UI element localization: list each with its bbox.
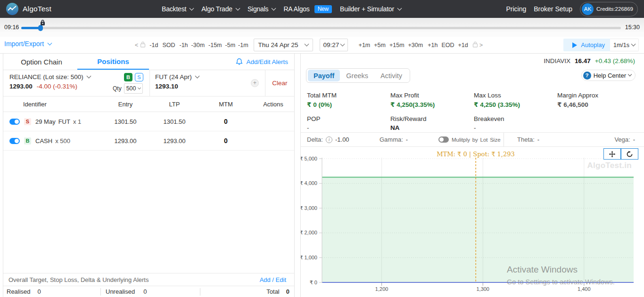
play-icon [572,42,577,48]
help-center-button[interactable]: ? Help Center [581,70,636,81]
step-fwd-1m[interactable]: +1m [359,42,371,48]
chevron-down-icon [631,42,636,47]
pan-button[interactable] [603,148,621,160]
col-actions: Actions [259,101,294,108]
move-icon [609,151,616,158]
col-ltp: LTP [156,101,193,108]
overall-alerts-row: Overall Target, Stop Loss, Delta & Under… [3,273,294,286]
step-back-1h[interactable]: -1h [179,42,188,48]
position-toggle[interactable] [9,138,20,144]
index-value: 16.47 [575,57,591,64]
step-back-1d[interactable]: -1d [149,42,158,48]
table-header: Identifier Entry LTP MTM Actions [3,96,294,112]
chevron-down-icon [195,74,199,79]
index-name: INDIAVIX [544,57,570,64]
date-select[interactable]: Thu 24 Apr 25 [254,39,313,51]
delta-label: Delta: [307,136,323,143]
chevron-down-icon [340,42,345,47]
nav-signals[interactable]: Signals [248,5,276,13]
step-fwd-30m[interactable]: +30m [408,42,423,48]
speed-select[interactable]: 1m/1s [610,39,639,51]
vega-value: - [633,136,635,143]
stat-label: Max Profit [390,92,474,99]
position-controls: RELIANCE (Lot size: 500) 1293.00-4.00 (-… [3,70,294,96]
entry-value: 1293.00 [95,137,156,144]
position-toggle[interactable] [9,119,20,125]
time-end-label: 15:30 [625,24,640,31]
lock-marker-icon [40,19,45,27]
chevron-down-icon [628,72,632,76]
nav-algo-trade[interactable]: Algo Trade [201,5,239,13]
step-back-1m[interactable]: -1m [238,42,248,48]
chevron-down-icon [304,42,309,47]
reset-button[interactable] [621,148,638,160]
nav-pricing[interactable]: Pricing [506,5,526,13]
svg-text:₹ 1,000: ₹ 1,000 [301,255,317,260]
step-back-30m[interactable]: -30m [191,42,205,48]
time-select[interactable]: 09:27 [320,39,348,51]
step-prev-arrow[interactable]: < [135,42,138,48]
avatar: AK [582,3,594,15]
import-export-menu[interactable]: Import/Export [4,40,51,48]
tab-payoff[interactable]: Payoff [308,70,340,81]
step-fwd-15m[interactable]: +15m [389,42,405,48]
realised-label: Realised [7,288,31,295]
brand-name: AlgoTest [23,5,51,13]
step-next-arrow[interactable]: > [479,42,483,48]
instrument-change: -4.00 (-0.31%) [37,83,77,90]
max-loss-value: ₹ 4,250 (3.35%) [474,101,557,108]
future-price: 1293.10 [155,83,178,90]
step-fwd-1d[interactable]: +1d [458,42,468,48]
payoff-panel: INDIAVIX 16.47 +0.43 (2.68%) Payoff Gree… [300,54,644,297]
stat-label: Risk/Reward [390,115,474,122]
tab-option-chain[interactable]: Option Chain [6,54,77,70]
nav-backtest[interactable]: Backtest [162,5,193,13]
autoplay-button[interactable]: Autoplay [563,39,610,51]
step-fwd-1h[interactable]: +1h [428,42,438,48]
nav-broker-setup[interactable]: Broker Setup [534,5,572,13]
side-badge: S [24,118,31,125]
account-credits-pill[interactable]: AK Credits:226869 [580,2,638,16]
tab-positions[interactable]: Positions [77,54,149,70]
time-slider-track[interactable] [21,27,620,29]
info-icon[interactable]: i [326,136,332,143]
brand[interactable]: AlgoTest [6,3,51,15]
nav-ra-algos[interactable]: RA AlgosNew [283,5,332,13]
chevron-down-icon [190,6,194,10]
payoff-chart: MTM: ₹ 0 | Spot: ₹ 1,293 ₹ 0₹ 1,000₹ 2,0… [301,147,644,297]
step-back-15m[interactable]: -15m [208,42,222,48]
svg-text:1,300: 1,300 [476,286,489,292]
new-badge: New [314,5,332,13]
clear-button[interactable]: Clear [272,80,287,87]
step-eod[interactable]: EOD [441,42,454,48]
time-scrubber: 09:16 15:30 [0,18,644,37]
qty-select[interactable]: 500 [124,83,143,94]
max-profit-value: ₹ 4,250(3.35%) [390,101,474,108]
multiply-lot-size-toggle[interactable] [438,136,449,143]
tab-activity[interactable]: Activity [374,70,408,81]
sell-button[interactable]: S [135,73,143,81]
entry-value: 1301.50 [95,118,156,125]
mtm-value: 0 [193,137,259,144]
step-fwd-5m[interactable]: +5m [374,42,386,48]
nav-builder-simulator[interactable]: Builder + Simulator [340,5,401,13]
step-back-5m[interactable]: -5m [225,42,236,48]
tab-greeks[interactable]: Greeks [340,70,374,81]
chevron-down-icon [48,40,52,45]
buy-button[interactable]: B [124,73,132,81]
future-select[interactable]: FUT (24 Apr) [155,73,251,80]
add-position-button[interactable]: + [251,79,259,87]
ltp-value: 1301.50 [156,118,193,125]
positions-table: Identifier Entry LTP MTM Actions S 29 Ma… [3,96,294,151]
step-sod[interactable]: SOD [162,42,175,48]
add-edit-link[interactable]: Add / Edit [260,276,286,283]
instrument-select[interactable]: RELIANCE (Lot size: 500) [9,73,116,80]
chart-toolbar [603,148,638,160]
autoplay-controls: Autoplay 1m/1s [563,39,639,51]
stat-label: Max Loss [474,92,557,99]
col-mtm: MTM [193,101,259,108]
add-edit-alerts-button[interactable]: Add/Edit Alerts [236,54,288,70]
totals-row: Realised0 Unrealised0 Total0 [3,286,294,297]
credits-label: Credits:226869 [596,6,633,12]
stat-label: Total MTM [307,92,390,99]
